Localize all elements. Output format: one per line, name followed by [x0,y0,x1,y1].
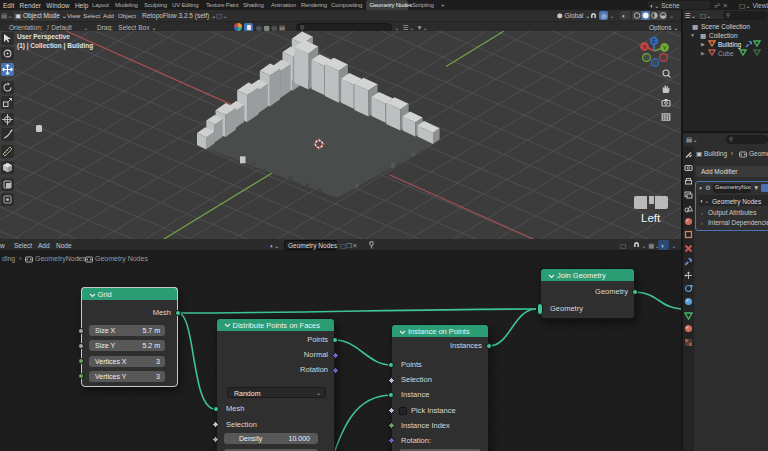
svg-text:X: X [643,44,647,50]
svg-text:Y: Y [663,45,667,51]
